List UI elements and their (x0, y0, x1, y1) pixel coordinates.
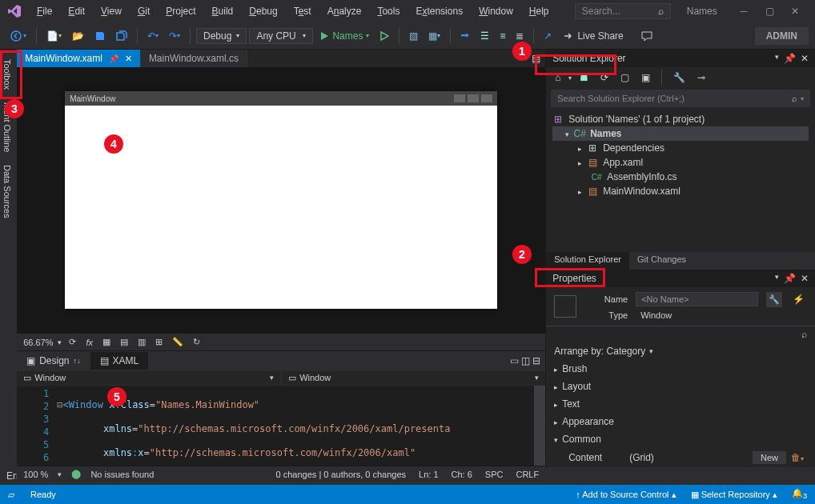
split-icon-2[interactable]: ◫ (521, 355, 530, 366)
menu-test[interactable]: Test (287, 2, 318, 20)
spc-label[interactable]: SPC (485, 470, 504, 479)
menu-view[interactable]: View (94, 2, 128, 20)
data-sources-tab[interactable]: Data Sources (0, 158, 17, 225)
global-search[interactable]: Search... ⌕ (575, 3, 671, 19)
undo-button[interactable]: ↶▾ (143, 28, 163, 44)
crlf-label[interactable]: CRLF (516, 470, 539, 479)
category-brush[interactable]: Brush (546, 360, 815, 378)
close-icon[interactable]: ✕ (801, 53, 809, 64)
collapse-1-icon[interactable]: ▢ (616, 70, 633, 86)
designer-window[interactable]: MainWindow (65, 91, 497, 309)
delete-icon[interactable]: 🗑▾ (791, 452, 804, 463)
menu-edit[interactable]: Edit (62, 2, 91, 20)
mainwindow-xaml-node[interactable]: ▤ MainWindow.xaml (552, 184, 809, 198)
split-icon-3[interactable]: ⊟ (532, 355, 540, 366)
split-icon-1[interactable]: ▭ (510, 355, 519, 366)
editor-zoom[interactable]: 100 % (23, 470, 48, 479)
breadcrumb-item[interactable]: ▭ Window ▾ (282, 371, 545, 385)
changes-label[interactable]: 0 changes | 0 authors, 0 changes (276, 470, 406, 479)
pin-icon[interactable]: 📌 (109, 54, 118, 63)
tool-2-icon[interactable]: ▦▾ (424, 28, 444, 44)
notifications-icon[interactable]: 🔔3 (792, 488, 807, 500)
pin-icon[interactable]: 📌 (784, 53, 796, 64)
select-repo[interactable]: ▦ Select Repository ▴ (691, 490, 777, 500)
collapse-2-icon[interactable]: ▣ (637, 70, 654, 86)
admin-badge[interactable]: ADMIN (755, 27, 809, 45)
dependencies-node[interactable]: ⊞ Dependencies (552, 141, 809, 155)
category-common[interactable]: Common (546, 430, 815, 448)
menu-git[interactable]: Git (131, 2, 156, 20)
close-button[interactable]: ✕ (788, 4, 802, 18)
tab-overflow-icon[interactable]: ▾ (524, 53, 528, 64)
minimize-button[interactable]: ─ (737, 4, 751, 18)
wrench-icon[interactable]: 🔧 (669, 70, 689, 86)
panel-dropdown-icon[interactable]: ▾ (775, 53, 779, 64)
arrange-by[interactable]: Arrange by: Category▾ (546, 342, 815, 360)
close-icon[interactable]: ✕ (125, 54, 132, 64)
grid2-icon[interactable]: ▥ (135, 335, 148, 349)
doc-tab-mainwindow-xaml[interactable]: MainWindow.xaml 📌 ✕ (17, 50, 141, 67)
platform-dropdown[interactable]: Any CPU▾ (249, 28, 313, 44)
design-canvas[interactable]: MainWindow (17, 67, 545, 333)
menu-extensions[interactable]: Extensions (409, 2, 469, 20)
menu-debug[interactable]: Debug (243, 2, 283, 20)
snap-icon[interactable]: ⊞ (153, 335, 165, 349)
feedback-icon[interactable] (636, 27, 657, 45)
tool-4-icon[interactable]: ☰ (476, 28, 493, 44)
expander-icon[interactable] (578, 186, 582, 197)
menu-file[interactable]: File (30, 2, 58, 20)
grid-icon[interactable]: ▦ (100, 335, 113, 349)
close-icon[interactable]: ✕ (801, 273, 809, 284)
appxaml-node[interactable]: ▤ App.xaml (552, 155, 809, 170)
category-layout[interactable]: Layout (546, 378, 815, 395)
code-body[interactable]: ⊟<Window x:Class="Names.MainWindow" xmln… (57, 386, 534, 466)
breadcrumb-item[interactable]: ▭ Window ▾ (17, 371, 280, 385)
menu-window[interactable]: Window (472, 2, 520, 20)
new-button[interactable]: New (753, 451, 786, 464)
solution-search[interactable]: Search Solution Explorer (Ctrl+;) ⌕▾ (551, 90, 810, 107)
code-editor[interactable]: 123456 ⊟<Window x:Class="Names.MainWindo… (17, 386, 545, 466)
start-button[interactable]: Names ▾ (315, 28, 373, 44)
back-button[interactable]: ▾ (6, 28, 30, 44)
category-appearance[interactable]: Appearance (546, 413, 815, 430)
panel-dropdown-icon[interactable]: ▾ (775, 273, 779, 284)
fx-icon[interactable]: fx (83, 336, 95, 349)
lightning-icon[interactable]: ⚡ (790, 291, 807, 307)
expander-icon[interactable] (578, 157, 582, 168)
sync-icon[interactable]: ⟳ (596, 70, 612, 86)
show-all-icon[interactable]: ⊸ (693, 70, 709, 86)
xaml-tab[interactable]: ▤ XAML (90, 352, 149, 370)
solution-node[interactable]: ⊞ Solution 'Names' (1 of 1 project) (552, 112, 809, 126)
wrench-icon[interactable]: 🔧 (766, 292, 782, 307)
menu-project[interactable]: Project (159, 2, 202, 20)
scrollbar[interactable] (534, 386, 545, 466)
menu-build[interactable]: Build (206, 2, 240, 20)
pending-icon[interactable]: ☗ (576, 70, 592, 86)
start-noDebug-button[interactable] (375, 29, 393, 43)
zoom-value[interactable]: 66.67% (23, 338, 53, 347)
search-icon[interactable]: ⌕ (801, 329, 807, 340)
pin-icon[interactable]: 📌 (784, 273, 796, 284)
tool-3-icon[interactable]: ⮕ (456, 28, 474, 44)
home-icon[interactable]: ⌂ (551, 70, 564, 86)
add-source-control[interactable]: ↑ Add to Source Control ▴ (576, 490, 676, 500)
redo-button[interactable]: ↷▾ (165, 28, 184, 44)
save-all-button[interactable] (112, 28, 131, 44)
category-text[interactable]: Text (546, 395, 815, 413)
expander-icon[interactable] (565, 128, 569, 139)
save-button[interactable] (90, 28, 110, 44)
zoom-reset-icon[interactable]: ⟳ (66, 335, 78, 349)
menu-analyze[interactable]: Analyze (321, 2, 368, 20)
new-item-button[interactable]: 📄▾ (42, 28, 66, 44)
issues-label[interactable]: No issues found (90, 470, 154, 479)
char-label[interactable]: Ch: 6 (452, 470, 472, 479)
toolbox-tab[interactable]: Toolbox (0, 53, 17, 96)
assemblyinfo-node[interactable]: C# AssemblyInfo.cs (552, 170, 809, 184)
menu-help[interactable]: Help (523, 2, 556, 20)
project-node[interactable]: C# Names (552, 126, 809, 141)
tool-7-icon[interactable]: ↗ (540, 28, 556, 44)
tool-6-icon[interactable]: ≣ (512, 28, 528, 44)
document-outline-tab[interactable]: ment Outline (0, 96, 17, 158)
snaplines-icon[interactable]: ▤ (118, 335, 130, 349)
git-changes-tab[interactable]: Git Changes (629, 252, 694, 270)
